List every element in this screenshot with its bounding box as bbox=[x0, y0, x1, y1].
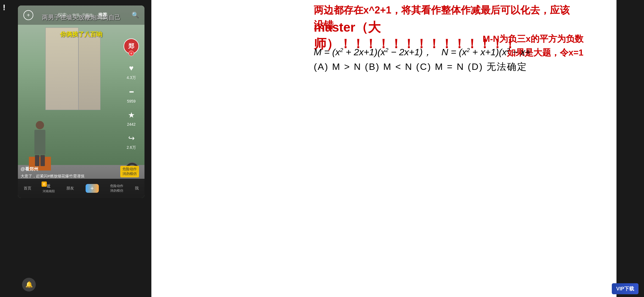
person bbox=[32, 121, 48, 165]
math-choices-text: (A) M > N (B) M < N (C) M = N (D) 无法确定 bbox=[314, 61, 527, 73]
nav-tabs: 探索 华填 · 千眼的 推荐 bbox=[58, 12, 107, 18]
vip-download-badge[interactable]: VIP下载 bbox=[612, 283, 638, 294]
exclamation-mark: ! bbox=[3, 3, 6, 12]
person-body bbox=[34, 130, 45, 155]
leg-left bbox=[35, 155, 39, 166]
formula-m-container: M = (x2 + 2x+1)(x2 − 2x+1)， N = (x2 + x+… bbox=[303, 43, 542, 61]
nav-nearby[interactable]: 近 河南南阳 近 bbox=[43, 184, 55, 193]
avatar-text: 郑 bbox=[128, 42, 134, 50]
video-info: @看郑州 大意了，赶紧闪#燃放烟花爆竹需谨慎 bbox=[21, 166, 125, 179]
comment-count: 5959 bbox=[127, 99, 135, 103]
nav-bar: + 探索 华填 · 千眼的 推荐 🔍 bbox=[18, 6, 144, 25]
video-panel: + 探索 华填 · 千眼的 推荐 🔍 郑 + ♥ 4.3万 ••• bbox=[18, 6, 144, 198]
avatar-container: 郑 + bbox=[124, 38, 139, 54]
like-count: 4.3万 bbox=[127, 75, 136, 80]
video-description: 大意了，赶紧闪#燃放烟花爆竹需谨慎 bbox=[21, 174, 125, 179]
person-legs bbox=[32, 155, 48, 166]
tab-hua[interactable]: 华填 · 千眼的 bbox=[72, 13, 93, 18]
share-count: 2.6万 bbox=[127, 145, 136, 150]
avatar-follow-button[interactable]: + bbox=[129, 51, 134, 56]
wall-element-2 bbox=[78, 33, 100, 110]
nav-add-button[interactable]: + bbox=[86, 184, 99, 193]
formula-m: M = (x2 + 2x+1)(x2 − 2x+1)， N = (x2 + x+… bbox=[314, 43, 531, 61]
action-bar: 郑 + ♥ 4.3万 ••• 5959 ★ 2442 ↪ 2.6万 bbox=[124, 38, 139, 150]
tab-explore[interactable]: 探索 bbox=[58, 12, 67, 18]
video-subtitle: 你俩挨了八百响 bbox=[18, 30, 144, 38]
wall-element-1 bbox=[45, 28, 78, 110]
nav-danger: 危险动作润勿模仿 bbox=[110, 184, 123, 193]
notification-icon[interactable]: 🔔 bbox=[22, 278, 36, 292]
video-background: + 探索 华填 · 千眼的 推荐 🔍 郑 + ♥ 4.3万 ••• bbox=[18, 6, 144, 198]
math-content-area: 两边都存在x^2+1，将其看作整体作减最后可以化去，应该没错 master（大师… bbox=[151, 0, 616, 297]
leg-right bbox=[40, 155, 45, 166]
star-icon: ★ bbox=[125, 109, 137, 121]
share-button[interactable]: ↪ 2.6万 bbox=[125, 132, 137, 150]
comment-icon: ••• bbox=[125, 86, 137, 98]
heart-icon: ♥ bbox=[125, 62, 137, 74]
nav-plus-button[interactable]: + bbox=[23, 10, 33, 20]
nav-friends[interactable]: 朋友 bbox=[66, 186, 74, 191]
favorite-count: 2442 bbox=[127, 122, 135, 127]
tab-recommend[interactable]: 推荐 bbox=[98, 12, 107, 18]
bell-icon: 🔔 bbox=[25, 281, 33, 288]
search-icon[interactable]: 🔍 bbox=[132, 12, 139, 19]
nav-me[interactable]: 我 bbox=[135, 186, 139, 191]
nav-home[interactable]: 首页 bbox=[24, 186, 31, 191]
bottom-navigation: 首页 近 河南南阳 近 朋友 + 危险动作润勿模仿 我 bbox=[18, 179, 144, 198]
favorite-button[interactable]: ★ 2442 bbox=[125, 109, 137, 127]
video-author: @看郑州 bbox=[21, 166, 125, 172]
comment-button[interactable]: ••• 5959 bbox=[125, 86, 137, 103]
math-choices-container: (A) M > N (B) M < N (C) M = N (D) 无法确定 bbox=[303, 61, 538, 73]
share-icon: ↪ bbox=[125, 132, 137, 144]
like-button[interactable]: ♥ 4.3万 bbox=[125, 62, 137, 80]
person-head bbox=[36, 121, 44, 129]
